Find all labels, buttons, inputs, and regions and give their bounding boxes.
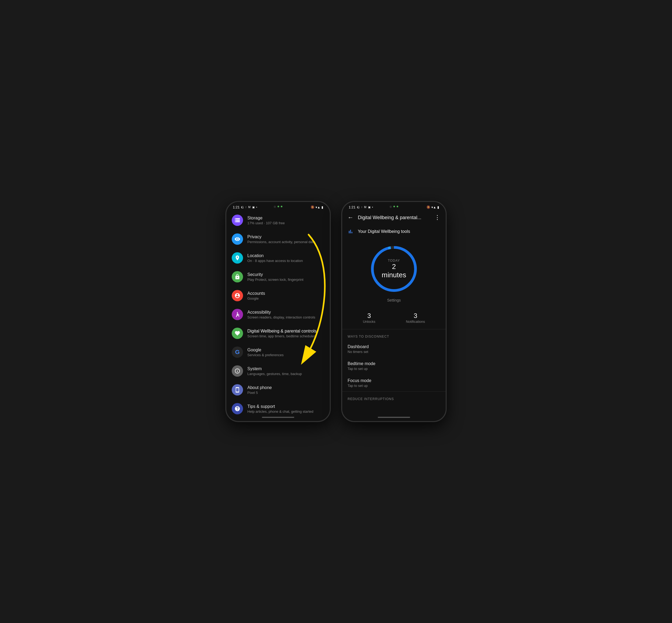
settings-item-storage[interactable]: Storage 17% used · 107 GB free [226,211,330,230]
accessibility-icon-circle [232,309,243,320]
google-g-status-right: 𝐆 [357,205,359,209]
notifications-number: 3 [406,312,425,320]
settings-item-digital[interactable]: Digital Wellbeing & parental controls Sc… [226,324,330,343]
location-title: Location [247,253,325,258]
system-subtitle: Languages, gestures, time, backup [247,372,325,376]
storage-icon-circle [232,214,243,226]
settings-item-location[interactable]: Location On · 8 apps have access to loca… [226,248,330,267]
google-icon-circle: G [232,347,243,358]
about-title: About phone [247,385,325,390]
status-icons-left: 🔕 ▾▲ ▮ [311,205,323,209]
settings-item-accessibility[interactable]: Accessibility Screen readers, display, i… [226,305,330,324]
ways-to-disconnect-header: WAYS TO DISCONNECT [342,329,446,340]
privacy-subtitle: Permissions, account activity, personal … [247,240,325,244]
circle-center: TODAY 2 minutes [381,259,408,279]
accounts-subtitle: Google [247,296,325,300]
about-text: About phone Pixel 5 [247,385,325,395]
left-phone: 1:21 𝐆 ↑ M ▣ • 🔕 ▾▲ ▮ [226,201,331,422]
security-text: Security Play Protect, screen lock, fing… [247,272,325,281]
storage-title: Storage [247,216,325,220]
settings-link[interactable]: Settings [387,298,401,302]
phone-icon-right: ▣ [368,206,370,209]
about-subtitle: Pixel 5 [247,391,325,395]
time-value-left: 1:21 [233,205,240,209]
dashboard-title: Dashboard [347,344,440,349]
dot-icon-right: • [372,206,373,209]
settings-item-accounts[interactable]: Accounts Google [226,286,330,305]
dot-icon: • [256,206,257,209]
bar-chart-icon [347,229,354,235]
tips-icon-circle [232,403,243,414]
focus-title: Focus mode [347,378,440,383]
system-title: System [247,366,325,371]
unlocks-number: 3 [363,312,375,320]
time-right: 1:21 𝐆 ↑ M ▣ • [349,205,373,209]
settings-item-google[interactable]: G Google Services & preferences [226,343,330,362]
today-label: TODAY [381,259,408,263]
settings-item-system[interactable]: System Languages, gestures, time, backup [226,362,330,380]
right-phone: 1:21 𝐆 ↑ M ▣ • 🔕 ▾▲ ▮ ← Digital Wellbein… [341,201,446,422]
tools-text: Your Digital Wellbeing tools [358,229,410,234]
svg-point-0 [237,312,238,313]
focus-mode-item[interactable]: Focus mode Tap to set up [342,375,446,391]
location-text: Location On · 8 apps have access to loca… [247,253,325,263]
settings-item-tips[interactable]: Tips & support Help articles, phone & ch… [226,399,330,416]
storage-text: Storage 17% used · 107 GB free [247,216,325,225]
accessibility-title: Accessibility [247,310,325,315]
settings-item-about[interactable]: About phone Pixel 5 [226,380,330,399]
tips-subtitle: Help articles, phone & chat, getting sta… [247,410,325,414]
circle-container: TODAY 2 minutes Settings [342,237,446,308]
dw-content: Your Digital Wellbeing tools TODAY [342,224,446,419]
vibrate-icon-right: 🔕 [426,205,430,209]
security-subtitle: Play Protect, screen lock, fingerprint [247,277,325,281]
accounts-icon-circle [232,290,243,301]
google-subtitle: Services & preferences [247,353,325,357]
camera-dot-green-right-1 [393,206,395,207]
digital-subtitle: Screen time, app timers, bedtime schedul… [247,334,325,338]
mail-icon: M [248,206,250,209]
bedtime-title: Bedtime mode [347,361,440,366]
back-button[interactable]: ← [347,214,354,221]
mail-icon-right: M [364,206,366,209]
vibrate-icon: 🔕 [311,205,314,209]
about-icon-circle [232,384,243,395]
privacy-text: Privacy Permissions, account activity, p… [247,235,325,244]
settings-item-privacy[interactable]: Privacy Permissions, account activity, p… [226,230,330,248]
dw-page-title: Digital Wellbeing & parental... [358,215,430,220]
location-icon-circle [232,252,243,264]
settings-item-security[interactable]: Security Play Protect, screen lock, fing… [226,267,330,286]
system-text: System Languages, gestures, time, backup [247,366,325,376]
google-title: Google [247,348,325,352]
reduce-interruptions-header: REDUCE INTERRUPTIONS [342,392,446,403]
storage-subtitle: 17% used · 107 GB free [247,221,325,225]
privacy-title: Privacy [247,235,325,239]
security-title: Security [247,272,325,277]
google-g-status: 𝐆 [241,205,244,209]
usage-circle-chart: TODAY 2 minutes [367,242,421,296]
upload-icon-right: ↑ [361,206,362,209]
camera-dot [274,206,276,208]
more-options-button[interactable]: ⋮ [435,214,440,221]
accessibility-subtitle: Screen readers, display, interaction con… [247,315,325,319]
bedtime-subtitle: Tap to set up [347,367,440,371]
dashboard-subtitle: No timers set [347,350,440,354]
notifications-label: Notifications [406,320,425,324]
wifi-icon: ▾▲ [315,205,320,209]
battery-icon-left: ▮ [321,205,323,209]
bedtime-mode-item[interactable]: Bedtime mode Tap to set up [342,358,446,375]
notifications-stat: 3 Notifications [406,312,425,324]
digital-icon-circle [232,328,243,339]
dw-header: ← Digital Wellbeing & parental... ⋮ [342,211,446,224]
dashboard-item[interactable]: Dashboard No timers set [342,340,446,358]
phone-icon: ▣ [252,206,255,209]
system-icon-circle [232,365,243,377]
camera-dot-right [390,206,392,208]
stats-row: 3 Unlocks 3 Notifications [342,308,446,329]
digital-text: Digital Wellbeing & parental controls Sc… [247,329,325,338]
nav-bar-right [378,417,410,418]
svg-text:G: G [235,349,240,355]
tools-row: Your Digital Wellbeing tools [342,224,446,237]
battery-icon-right: ▮ [437,205,439,209]
nav-bar-left [262,417,294,418]
accounts-text: Accounts Google [247,291,325,300]
